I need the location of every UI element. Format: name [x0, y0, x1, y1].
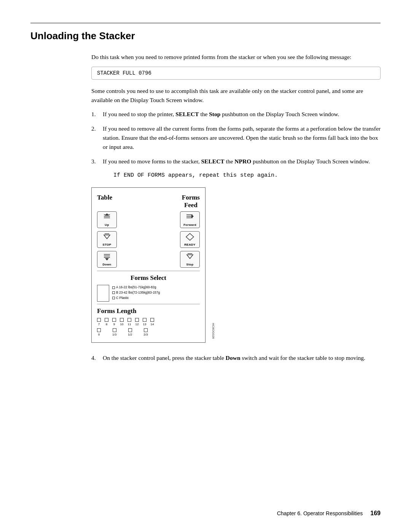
length-13: 13 [143, 318, 147, 326]
panel-buttons-row: Up STOP [97, 211, 200, 268]
down-icon [102, 252, 112, 262]
context-text: Some controls you need to use to accompl… [91, 86, 381, 104]
control-panel-diagram: Table FormsFeed [91, 187, 206, 343]
length-12: 12 [135, 318, 139, 326]
step-3: 3. If you need to move forms to the stac… [91, 157, 381, 166]
length-2-3: 2/3 [143, 328, 148, 336]
stop-button-table[interactable]: STOP [97, 231, 117, 248]
step-4-content: On the stacker control panel, press the … [103, 353, 365, 363]
table-col: Up STOP [97, 211, 117, 268]
forward-button[interactable]: Forward [180, 211, 200, 228]
step-3-subnote: If END OF FORMS appears, repeat this ste… [113, 171, 381, 180]
step-1: 1. If you need to stop the printer, SELE… [91, 110, 381, 119]
stop-button-forms[interactable]: Stop [180, 251, 200, 268]
up-icon [102, 213, 112, 222]
forms-select-box [97, 285, 109, 302]
forms-select-title: Forms Select [97, 274, 200, 282]
length-11: 11 [127, 318, 131, 326]
svg-marker-15 [187, 255, 193, 259]
page-number: 169 [370, 510, 381, 517]
svg-marker-9 [105, 258, 109, 260]
length-10: 10 [120, 318, 124, 326]
svg-marker-4 [104, 235, 110, 239]
down-label: Down [103, 263, 112, 266]
forms-select-options: A 16-22 lbs(51-71kg)60-82g B 23-42 lbs(7… [112, 285, 160, 300]
step-2: 2. If you need to remove all the current… [91, 124, 381, 152]
steps-list: 1. If you need to stop the printer, SELE… [91, 110, 381, 166]
option-c: C Plastic [112, 296, 160, 301]
message-box: STACKER FULL 0796 [91, 67, 381, 80]
top-rule [30, 23, 381, 23]
forms-feed-col: Forward READY [180, 211, 200, 268]
stop-label-forms: Stop [186, 263, 194, 266]
step-4-area: 4. On the stacker control panel, press t… [91, 353, 381, 363]
forms-select-row: A 16-22 lbs(51-71kg)60-82g B 23-42 lbs(7… [97, 285, 200, 302]
checkbox-b [112, 291, 115, 294]
up-label: Up [105, 223, 109, 227]
svg-marker-14 [186, 233, 194, 240]
step-4-num: 4. [91, 353, 103, 363]
forward-label: Forward [183, 223, 196, 227]
length-1-2: 1/2 [128, 328, 132, 336]
svg-marker-3 [105, 213, 109, 216]
diagram-wrapper: Table FormsFeed [91, 187, 381, 343]
checkbox-a [112, 286, 115, 289]
length-1-3: 1/3 [112, 328, 116, 336]
length-9: 9 [112, 318, 116, 326]
forms-length-section: Forms Length 7 8 9 10 11 12 13 14 0 1/3 [97, 304, 200, 336]
ready-icon [185, 233, 194, 242]
option-b: B 23-42 lbs(72-135kg)83-157g [112, 290, 160, 296]
diagram-code: HC8OG026 [212, 323, 215, 339]
ready-button[interactable]: READY [180, 231, 200, 248]
checkbox-c [112, 297, 115, 299]
length-14: 14 [150, 318, 154, 326]
stop-label-table: STOP [103, 243, 112, 246]
chapter-text: Chapter 6. Operator Responsibilities [277, 510, 363, 516]
table-label: Table [97, 194, 112, 209]
down-button[interactable]: Down [97, 251, 117, 268]
stop-icon-forms [185, 252, 194, 262]
step-4: 4. On the stacker control panel, press t… [91, 353, 381, 363]
forms-length-title: Forms Length [97, 307, 200, 315]
page-title: Unloading the Stacker [30, 30, 381, 42]
page-container: Unloading the Stacker Do this task when … [0, 0, 411, 393]
length-row-2: 0 1/3 1/2 2/3 [97, 328, 200, 336]
page-footer: Chapter 6. Operator Responsibilities 169 [0, 510, 411, 517]
intro-text: Do this task when you need to remove pri… [91, 53, 381, 61]
up-button[interactable]: Up [97, 211, 117, 228]
ready-label: READY [184, 243, 196, 246]
length-8: 8 [105, 318, 108, 326]
stop-icon-table [102, 233, 112, 242]
forward-icon [185, 213, 194, 222]
forms-feed-label: FormsFeed [182, 194, 200, 209]
panel-header: Table FormsFeed [97, 194, 200, 209]
length-0: 0 [97, 328, 101, 336]
length-row-1: 7 8 9 10 11 12 13 14 [97, 318, 200, 326]
option-a: A 16-22 lbs(51-71kg)60-82g [112, 285, 160, 290]
forms-select-section: Forms Select A 16-22 lbs(51-71kg)60-82g … [97, 271, 200, 302]
length-7: 7 [97, 318, 101, 326]
